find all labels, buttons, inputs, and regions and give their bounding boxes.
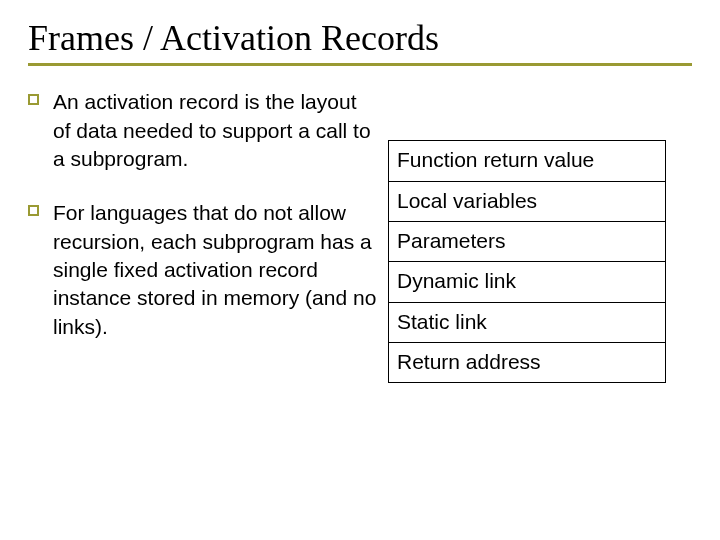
table-row: Return address bbox=[389, 343, 666, 383]
page-title: Frames / Activation Records bbox=[28, 18, 692, 59]
slide: Frames / Activation Records An activatio… bbox=[0, 0, 720, 540]
table-row: Function return value bbox=[389, 141, 666, 181]
bullet-square-icon bbox=[28, 205, 39, 216]
table-row: Dynamic link bbox=[389, 262, 666, 302]
table-row: Local variables bbox=[389, 181, 666, 221]
slide-body: An activation record is the layout of da… bbox=[28, 88, 692, 383]
bullet-list: An activation record is the layout of da… bbox=[28, 88, 388, 367]
bullet-text: For languages that do not allow recursio… bbox=[53, 199, 378, 341]
table-row: Parameters bbox=[389, 222, 666, 262]
activation-record-diagram: Function return value Local variables Pa… bbox=[388, 88, 692, 383]
title-underline bbox=[28, 63, 692, 66]
activation-record-table: Function return value Local variables Pa… bbox=[388, 140, 666, 383]
bullet-square-icon bbox=[28, 94, 39, 105]
list-item: For languages that do not allow recursio… bbox=[28, 199, 378, 341]
list-item: An activation record is the layout of da… bbox=[28, 88, 378, 173]
bullet-text: An activation record is the layout of da… bbox=[53, 88, 378, 173]
table-row: Static link bbox=[389, 302, 666, 342]
